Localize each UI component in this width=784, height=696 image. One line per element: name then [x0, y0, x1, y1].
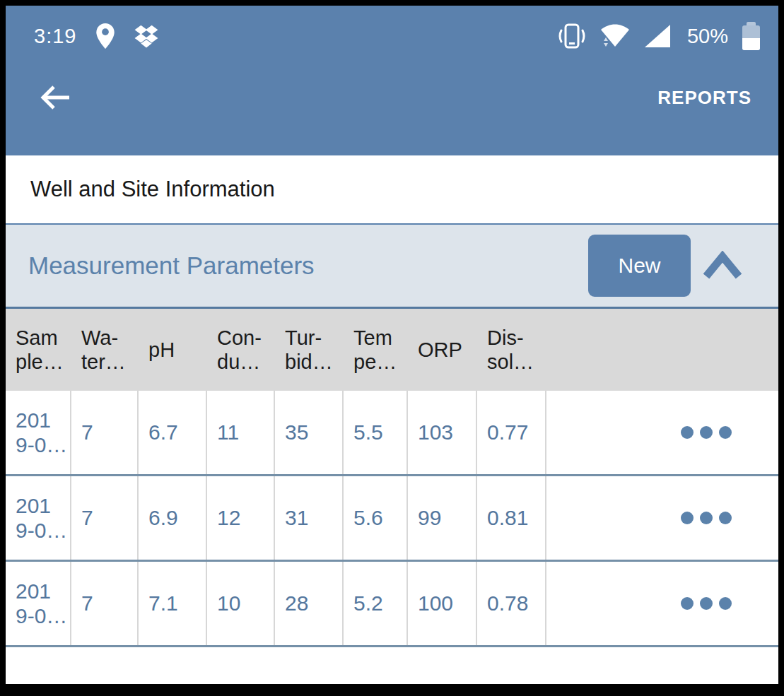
battery-50-icon: [742, 22, 760, 50]
cell-water: 7: [71, 391, 139, 474]
header-cell-sample: Sam ple…: [6, 309, 71, 391]
more-options-icon[interactable]: [681, 426, 732, 439]
cell-conductivity: 10: [207, 562, 275, 645]
cell-temperature: 5.6: [344, 476, 408, 560]
cell-conductivity: 11: [207, 391, 275, 474]
vibrate-icon: [557, 21, 587, 51]
bottom-spacer: [6, 647, 778, 684]
measurement-title: Measurement Parameters: [28, 252, 315, 280]
header-cell-dissolved: Dis- sol…: [477, 309, 546, 391]
cell-orp: 100: [408, 562, 477, 645]
app-screen: 3:19: [6, 6, 778, 684]
battery-percent-label: 50%: [687, 25, 728, 48]
back-button[interactable]: [37, 79, 74, 116]
header-cell-conductivity: Con- du…: [207, 309, 275, 391]
clock: 3:19: [34, 25, 76, 48]
cell-water: 7: [71, 476, 139, 560]
header-cell-turbidity: Tur- bid…: [275, 309, 344, 391]
chevron-up-icon: [701, 251, 744, 281]
table-row[interactable]: 201 9-0… 7 6.9 12 31 5.6 99 0.81: [6, 476, 778, 562]
header-cell-ph: pH: [139, 309, 207, 391]
well-site-title: Well and Site Information: [30, 177, 275, 202]
back-arrow-icon: [38, 82, 72, 113]
well-site-section-header[interactable]: Well and Site Information: [6, 155, 778, 225]
cell-sample-date: 201 9-0…: [6, 476, 71, 560]
cell-conductivity: 12: [207, 476, 275, 560]
cell-turbidity: 31: [275, 476, 344, 560]
measurement-section-header: Measurement Parameters New: [6, 225, 778, 309]
cell-turbidity: 35: [275, 391, 344, 474]
cell-orp: 103: [408, 391, 477, 474]
location-pin-icon: [96, 23, 115, 49]
table-header-row: Sam ple… Wa- ter… pH Con- du… Tur- bid… …: [6, 309, 778, 391]
cell-water: 7: [71, 562, 139, 645]
cell-ph: 7.1: [139, 562, 207, 645]
app-bar: REPORTS: [6, 71, 778, 124]
cell-sample-date: 201 9-0…: [6, 391, 71, 474]
cell-temperature: 5.5: [344, 391, 408, 474]
cell-turbidity: 28: [275, 562, 344, 645]
more-options-icon[interactable]: [681, 512, 732, 524]
wifi-icon: [598, 21, 632, 51]
cell-sample-date: 201 9-0…: [6, 562, 71, 645]
top-bar: 3:19: [6, 6, 778, 155]
more-options-icon[interactable]: [681, 597, 732, 610]
cell-ph: 6.9: [139, 476, 207, 560]
status-bar: 3:19: [6, 6, 778, 51]
header-cell-actions: [546, 309, 778, 391]
cell-ph: 6.7: [139, 391, 207, 474]
dropbox-icon: [133, 24, 160, 48]
reports-button[interactable]: REPORTS: [657, 87, 751, 109]
cell-temperature: 5.2: [344, 562, 408, 645]
cell-orp: 99: [408, 476, 477, 560]
cell-dissolved: 0.81: [477, 476, 546, 560]
header-cell-orp: ORP: [408, 309, 477, 391]
new-measurement-button[interactable]: New: [588, 235, 691, 297]
cell-signal-icon: [643, 23, 672, 49]
collapse-section-button[interactable]: [691, 235, 754, 297]
header-cell-temperature: Tem pe…: [344, 309, 408, 391]
table-row[interactable]: 201 9-0… 7 6.7 11 35 5.5 103 0.77: [6, 391, 778, 476]
cell-dissolved: 0.78: [477, 562, 546, 645]
table-row[interactable]: 201 9-0… 7 7.1 10 28 5.2 100 0.78: [6, 562, 778, 647]
header-cell-water: Wa- ter…: [71, 309, 139, 391]
cell-dissolved: 0.77: [477, 391, 546, 474]
